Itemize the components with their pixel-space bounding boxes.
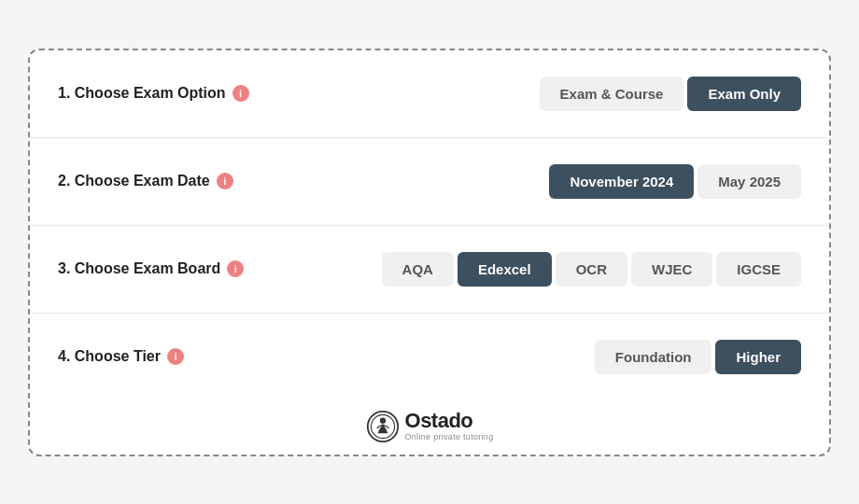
section-exam-option: 1. Choose Exam OptioniExam & CourseExam … [30,50,829,138]
btn-group-exam-board: AQAEdexcelOCRWJECIGCSE [382,252,801,287]
btn-group-tier: FoundationHigher [595,340,801,374]
section-label-exam-board: 3. Choose Exam Boardi [58,260,244,277]
foundation-btn[interactable]: Foundation [595,340,712,374]
info-icon-exam-date[interactable]: i [217,173,233,189]
exam-only-btn[interactable]: Exam Only [687,77,801,111]
logo-main-text: Ostado [405,410,494,432]
wjec-btn[interactable]: WJEC [631,252,712,287]
aqa-btn[interactable]: AQA [382,252,454,287]
ocr-btn[interactable]: OCR [556,252,627,287]
section-exam-board: 3. Choose Exam BoardiAQAEdexcelOCRWJECIG… [30,226,829,314]
higher-btn[interactable]: Higher [715,340,801,374]
info-icon-exam-option[interactable]: i [232,85,249,102]
section-label-exam-option: 1. Choose Exam Optioni [58,85,249,102]
footer: Ostado Online private tutoring [30,400,829,455]
svg-point-2 [379,417,385,423]
logo-text: Ostado Online private tutoring [405,410,494,441]
igcse-btn[interactable]: IGCSE [716,252,801,287]
info-icon-exam-board[interactable]: i [227,260,244,277]
section-label-tier: 4. Choose Tieri [58,348,184,365]
section-tier: 4. Choose TieriFoundationHigher [30,314,829,400]
may-2025-btn[interactable]: May 2025 [697,164,801,199]
section-label-exam-date: 2. Choose Exam Datei [58,173,233,189]
exam-course-btn[interactable]: Exam & Course [540,77,684,111]
info-icon-tier[interactable]: i [167,348,184,365]
ostado-logo-icon [366,410,400,443]
btn-group-exam-option: Exam & CourseExam Only [540,77,801,111]
edexcel-btn[interactable]: Edexcel [458,252,552,287]
nov-2024-btn[interactable]: November 2024 [549,164,694,199]
section-exam-date: 2. Choose Exam DateiNovember 2024May 202… [30,138,829,226]
logo-sub-text: Online private tutoring [405,433,494,442]
main-card: 1. Choose Exam OptioniExam & CourseExam … [28,49,831,456]
btn-group-exam-date: November 2024May 2025 [549,164,801,199]
